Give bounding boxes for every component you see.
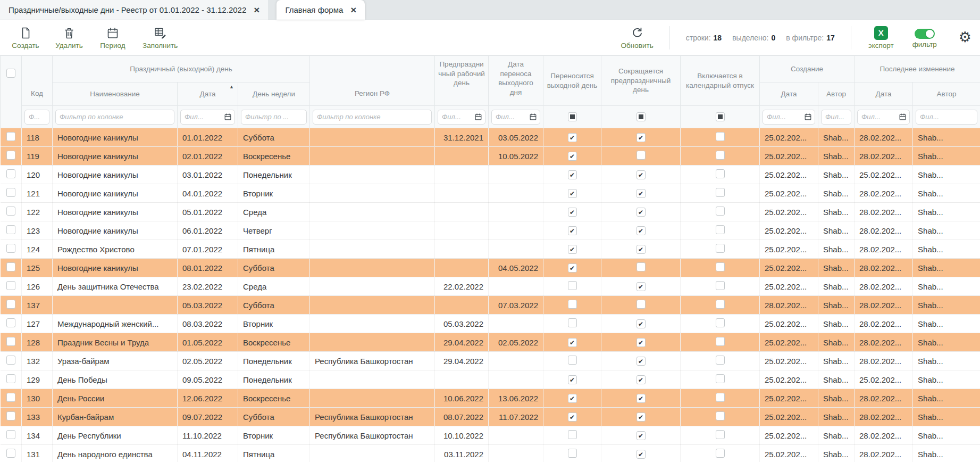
in_vacation-checkbox[interactable] (716, 132, 725, 141)
table-row[interactable]: 132Ураза-байрам02.05.2022ПонедельникРесп… (1, 352, 980, 370)
is_transferred-checkbox[interactable] (568, 281, 577, 290)
select-all-checkbox[interactable] (6, 69, 15, 78)
table-row[interactable]: 13705.03.2022Суббота07.03.202228.02.202.… (1, 296, 980, 315)
is_shortened-checkbox[interactable] (636, 151, 646, 160)
row-select-checkbox[interactable] (6, 411, 15, 420)
period-button[interactable]: Период (99, 26, 127, 50)
is_shortened-checkbox[interactable]: ✔ (636, 431, 646, 440)
filter-input-name[interactable] (55, 110, 174, 125)
row-select-checkbox[interactable] (6, 318, 15, 327)
table-row[interactable]: 133Курбан-байрам09.07.2022СубботаРеспубл… (1, 408, 980, 426)
table-row[interactable]: 125Новогодние каникулы08.01.2022Суббота0… (1, 259, 980, 277)
in_vacation-checkbox[interactable] (716, 281, 725, 290)
tab-main-form[interactable]: Главная форма × (277, 0, 365, 20)
filter-checkbox-in_vacation[interactable] (716, 112, 725, 121)
table-row[interactable]: 118Новогодние каникулы01.01.2022Суббота3… (1, 128, 980, 147)
table-row[interactable]: 124Рождество Христово07.01.2022Пятница✔✔… (1, 240, 980, 259)
is_shortened-checkbox[interactable]: ✔ (636, 338, 646, 347)
row-select-checkbox[interactable] (6, 393, 15, 402)
row-select-checkbox[interactable] (6, 151, 15, 160)
row-select-checkbox[interactable] (6, 430, 15, 439)
in_vacation-checkbox[interactable] (716, 318, 725, 327)
in_vacation-checkbox[interactable] (716, 449, 725, 458)
is_transferred-checkbox[interactable]: ✔ (568, 263, 577, 273)
column-header-code[interactable]: Код (22, 56, 53, 106)
is_transferred-checkbox[interactable]: ✔ (568, 245, 577, 254)
in_vacation-checkbox[interactable] (716, 151, 725, 160)
table-row[interactable]: 120Новогодние каникулы03.01.2022Понедель… (1, 166, 980, 184)
table-row[interactable]: 127Международный женский...08.03.2022Вто… (1, 315, 980, 333)
column-header-is-transferred[interactable]: Переносится выходной день (543, 56, 601, 106)
in_vacation-checkbox[interactable] (716, 374, 725, 383)
delete-button[interactable]: Удалить (55, 26, 83, 50)
in_vacation-checkbox[interactable] (716, 262, 725, 271)
is_shortened-checkbox[interactable]: ✔ (636, 319, 646, 328)
is_transferred-checkbox[interactable]: ✔ (568, 412, 577, 422)
table-row[interactable]: 119Новогодние каникулы02.01.2022Воскресе… (1, 147, 980, 166)
is_transferred-checkbox[interactable]: ✔ (568, 375, 577, 384)
table-row[interactable]: 122Новогодние каникулы05.01.2022Среда✔✔2… (1, 203, 980, 221)
column-header-transfer-date[interactable]: Дата переноса выходного дня (489, 56, 543, 106)
is_transferred-checkbox[interactable] (568, 318, 577, 327)
table-row[interactable]: 130День России12.06.2022Воскресенье10.06… (1, 389, 980, 408)
is_transferred-checkbox[interactable]: ✔ (568, 394, 577, 403)
filter-toggle-button[interactable]: фильтр (911, 27, 939, 48)
in_vacation-checkbox[interactable] (716, 337, 725, 346)
tab-holidays-registry[interactable]: Праздничные/выходные дни - Реестр от 01.… (0, 0, 268, 20)
fill-button[interactable]: Заполнить (143, 26, 178, 50)
in_vacation-checkbox[interactable] (716, 188, 725, 197)
table-row[interactable]: 134День Республики11.10.2022ВторникРеспу… (1, 426, 980, 445)
is_shortened-checkbox[interactable]: ✔ (636, 375, 646, 384)
close-icon[interactable]: × (350, 5, 356, 15)
in_vacation-checkbox[interactable] (716, 207, 725, 216)
row-select-checkbox[interactable] (6, 337, 15, 346)
is_shortened-checkbox[interactable]: ✔ (636, 282, 646, 291)
filter-input-modified_date[interactable] (858, 110, 899, 124)
column-header-in-vacation[interactable]: Включается в календарный отпуск (681, 56, 760, 106)
in_vacation-checkbox[interactable] (716, 393, 725, 402)
column-header-region[interactable]: Регион РФ (310, 56, 435, 106)
is_transferred-checkbox[interactable] (568, 449, 577, 458)
is_shortened-checkbox[interactable]: ✔ (636, 133, 646, 142)
filter-input-weekday[interactable] (241, 110, 307, 125)
column-header-modified-author[interactable]: Автор (913, 82, 980, 106)
row-select-checkbox[interactable] (6, 225, 15, 234)
filter-input-created_author[interactable] (821, 110, 851, 125)
row-select-checkbox[interactable] (6, 169, 15, 178)
column-header-is-shortened[interactable]: Сокращается предпраздничный день (601, 56, 681, 106)
in_vacation-checkbox[interactable] (716, 225, 725, 234)
column-header-modified-date[interactable]: Дата (855, 82, 913, 106)
table-row[interactable]: 131День народного единства04.11.2022Пятн… (1, 445, 980, 462)
is_shortened-checkbox[interactable]: ✔ (636, 189, 646, 198)
in_vacation-checkbox[interactable] (716, 169, 725, 178)
is_shortened-checkbox[interactable]: ✔ (636, 394, 646, 403)
table-row[interactable]: 126День защитника Отечества23.02.2022Сре… (1, 277, 980, 296)
filter-input-date[interactable] (181, 110, 224, 124)
is_shortened-checkbox[interactable]: ✔ (636, 412, 646, 422)
refresh-button[interactable]: Обновить (621, 26, 654, 50)
filter-input-code[interactable] (24, 110, 49, 125)
table-row[interactable]: 128Праздник Весны и Труда01.05.2022Воскр… (1, 333, 980, 352)
column-header-weekday[interactable]: День недели (238, 82, 310, 106)
is_shortened-checkbox[interactable] (636, 262, 646, 271)
export-button[interactable]: X экспорт (867, 26, 895, 50)
create-button[interactable]: Создать (12, 26, 39, 50)
filter-checkbox-is_shortened[interactable] (636, 112, 646, 121)
filter-input-created_date[interactable] (763, 110, 804, 124)
column-header-name[interactable]: Наименование (53, 82, 178, 106)
column-header-created-author[interactable]: Автор (818, 82, 855, 106)
is_transferred-checkbox[interactable]: ✔ (568, 208, 577, 217)
is_shortened-checkbox[interactable]: ✔ (636, 170, 646, 179)
table-row[interactable]: 121Новогодние каникулы04.01.2022Вторник✔… (1, 184, 980, 203)
close-icon[interactable]: × (254, 5, 259, 15)
is_transferred-checkbox[interactable]: ✔ (568, 189, 577, 198)
is_shortened-checkbox[interactable]: ✔ (636, 450, 646, 459)
column-header-created-date[interactable]: Дата (760, 82, 818, 106)
in_vacation-checkbox[interactable] (716, 411, 725, 420)
table-row[interactable]: 123Новогодние каникулы06.01.2022Четверг✔… (1, 221, 980, 240)
is_transferred-checkbox[interactable]: ✔ (568, 133, 577, 142)
column-header-preholiday[interactable]: Предпраздничный рабочий день (435, 56, 489, 106)
is_shortened-checkbox[interactable]: ✔ (636, 208, 646, 217)
row-select-checkbox[interactable] (6, 262, 15, 271)
is_transferred-checkbox[interactable]: ✔ (568, 226, 577, 235)
